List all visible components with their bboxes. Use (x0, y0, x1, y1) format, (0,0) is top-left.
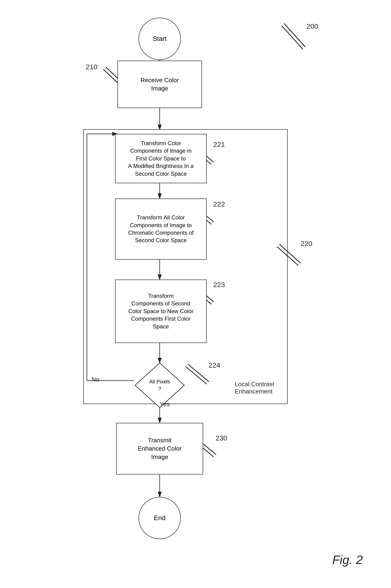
lce-label: Local ContrastEnhancement (235, 381, 274, 395)
ref223: 223 (213, 281, 225, 289)
ref210: 210 (86, 63, 98, 71)
ref224: 224 (208, 361, 220, 369)
decision-label: All Pixels? (149, 378, 170, 392)
end-node: End (139, 497, 181, 539)
receive-node: Receive ColorImage (117, 61, 202, 108)
ref220: 220 (300, 240, 312, 248)
transmit-node: TransmitEnhanced ColorImage (116, 423, 203, 474)
svg-line-11 (282, 26, 303, 49)
transform3-label: TransformComponents of SecondColor Space… (128, 292, 193, 330)
ref222: 222 (213, 200, 225, 208)
ref230: 230 (216, 434, 227, 442)
transform1-node: Transform ColorComponents of Image inFir… (115, 134, 207, 183)
fig-label: Fig. 2 (332, 553, 363, 567)
diagram: Start Receive ColorImage Transform Color… (0, 0, 391, 588)
start-label: Start (153, 35, 167, 42)
transform2-node: Transform All ColorComponents of Image t… (115, 199, 207, 260)
transform1-label: Transform ColorComponents of Image inFir… (128, 139, 194, 178)
transform3-node: TransformComponents of SecondColor Space… (115, 280, 207, 343)
end-label: End (154, 514, 166, 522)
transform2-label: Transform All ColorComponents of Image t… (128, 214, 194, 244)
transmit-label: TransmitEnhanced ColorImage (138, 436, 182, 461)
svg-line-12 (284, 23, 305, 47)
receive-label: Receive ColorImage (140, 76, 179, 93)
no-label: No (92, 376, 99, 383)
start-node: Start (139, 18, 181, 60)
yes-label: Yes (160, 401, 170, 408)
ref200: 200 (306, 22, 318, 30)
ref221: 221 (213, 140, 225, 148)
